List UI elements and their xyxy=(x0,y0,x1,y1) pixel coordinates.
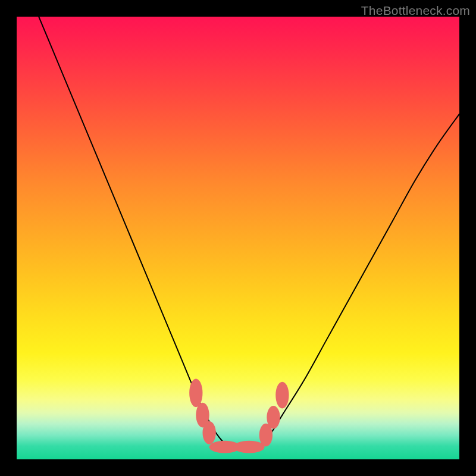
curve-marker xyxy=(275,382,289,409)
chart-frame: TheBottleneck.com xyxy=(0,0,476,476)
marker-group xyxy=(189,379,289,453)
curve-marker xyxy=(267,406,280,429)
curve-marker xyxy=(202,421,215,444)
curve-svg xyxy=(17,17,459,459)
curve-marker xyxy=(189,379,202,408)
watermark-text: TheBottleneck.com xyxy=(361,4,470,18)
bottleneck-curve xyxy=(39,17,459,449)
curve-marker xyxy=(234,441,265,453)
plot-area xyxy=(17,17,459,459)
